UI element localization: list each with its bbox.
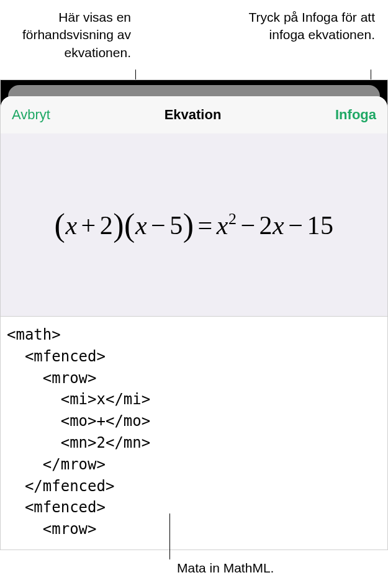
var-x: x: [65, 211, 77, 240]
equation-sheet: Avbryt Ekvation Infoga (x+2)(x−5)=x2−2x−…: [1, 96, 387, 550]
minus-op: −: [237, 211, 259, 240]
right-paren: ): [183, 207, 194, 243]
exponent-2: 2: [228, 210, 237, 228]
equals-op: =: [194, 211, 217, 240]
var-x: x: [273, 211, 284, 240]
num-2: 2: [100, 211, 114, 240]
callout-input-text: Mata in MathML.: [177, 561, 274, 576]
sheet-title: Ekvation: [165, 107, 222, 123]
var-x: x: [135, 211, 147, 240]
num-5: 5: [169, 211, 183, 240]
insert-button[interactable]: Infoga: [335, 107, 376, 123]
equation-rendered: (x+2)(x−5)=x2−2x−15: [55, 207, 334, 243]
callout-line: [169, 513, 170, 559]
num-2: 2: [259, 211, 273, 240]
left-paren: (: [55, 207, 66, 243]
nav-bar: Avbryt Ekvation Infoga: [1, 96, 387, 133]
cancel-button[interactable]: Avbryt: [12, 107, 50, 123]
mathml-input[interactable]: <math> <mfenced> <mrow> <mi>x</mi> <mo>+…: [1, 317, 387, 550]
var-x: x: [217, 211, 228, 240]
callout-preview-text: Här visas en förhandsvisning av ekvation…: [7, 9, 131, 61]
device-frame: Avbryt Ekvation Infoga (x+2)(x−5)=x2−2x−…: [0, 79, 388, 550]
right-paren: ): [113, 207, 124, 243]
equation-preview: (x+2)(x−5)=x2−2x−15: [1, 133, 387, 317]
callout-insert-text: Tryck på Infoga för att infoga ekvatione…: [217, 9, 375, 44]
num-15: 15: [307, 211, 333, 240]
minus-op: −: [284, 211, 307, 240]
minus-op: −: [147, 211, 169, 240]
left-paren: (: [124, 207, 135, 243]
plus-op: +: [78, 211, 100, 240]
